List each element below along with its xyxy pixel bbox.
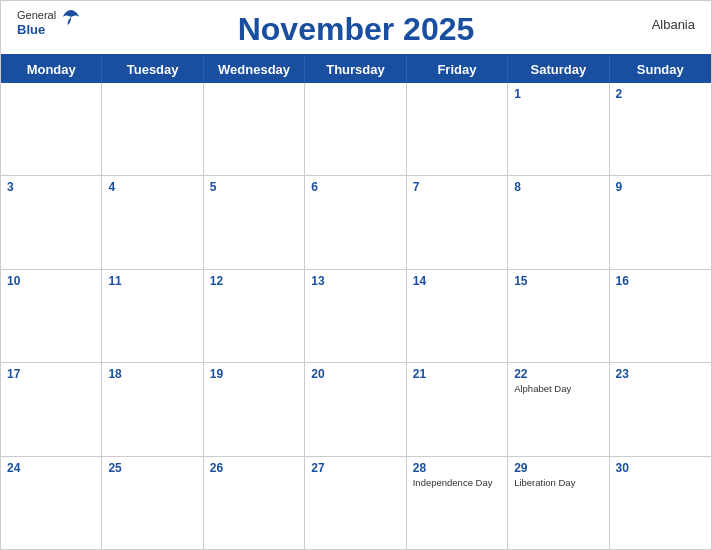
holiday-independence-day: Independence Day: [413, 477, 501, 489]
day-cell-nov20: 20: [305, 363, 406, 455]
day-number: 8: [514, 180, 602, 194]
day-cell-nov10: 10: [1, 270, 102, 362]
day-cell: [1, 83, 102, 175]
day-cell-nov17: 17: [1, 363, 102, 455]
day-cell: [305, 83, 406, 175]
week-row-5: 24 25 26 27 28 Independence Day 29 Liber: [1, 457, 711, 549]
logo: General Blue: [17, 9, 82, 38]
day-cell-nov7: 7: [407, 176, 508, 268]
calendar-header: General Blue November 2025 Albania: [1, 1, 711, 54]
calendar-container: General Blue November 2025 Albania Monda…: [0, 0, 712, 550]
day-number: 25: [108, 461, 196, 475]
day-cell-nov24: 24: [1, 457, 102, 549]
week-row-4: 17 18 19 20 21 22 Alphabet Day: [1, 363, 711, 456]
day-cell-nov28: 28 Independence Day: [407, 457, 508, 549]
day-number: 20: [311, 367, 399, 381]
day-number: 12: [210, 274, 298, 288]
day-cell-nov27: 27: [305, 457, 406, 549]
day-number: 4: [108, 180, 196, 194]
calendar-grid: Monday Tuesday Wednesday Thursday Friday…: [1, 54, 711, 549]
day-number: 16: [616, 274, 705, 288]
logo-bird-icon: [60, 8, 82, 30]
holiday-alphabet-day: Alphabet Day: [514, 383, 602, 395]
day-number: 13: [311, 274, 399, 288]
day-number: 24: [7, 461, 95, 475]
day-cell-nov13: 13: [305, 270, 406, 362]
day-cell-nov16: 16: [610, 270, 711, 362]
day-cell-nov18: 18: [102, 363, 203, 455]
header-wednesday: Wednesday: [204, 56, 305, 83]
day-number: 26: [210, 461, 298, 475]
day-number: 10: [7, 274, 95, 288]
day-cell-nov26: 26: [204, 457, 305, 549]
day-cell-nov11: 11: [102, 270, 203, 362]
day-cell-nov23: 23: [610, 363, 711, 455]
day-number: 30: [616, 461, 705, 475]
day-cell-nov21: 21: [407, 363, 508, 455]
day-cell-nov9: 9: [610, 176, 711, 268]
day-number: 19: [210, 367, 298, 381]
day-headers-row: Monday Tuesday Wednesday Thursday Friday…: [1, 56, 711, 83]
day-number: 9: [616, 180, 705, 194]
header-thursday: Thursday: [305, 56, 406, 83]
week-row-2: 3 4 5 6 7 8 9: [1, 176, 711, 269]
week-row-1: 1 2: [1, 83, 711, 176]
header-friday: Friday: [407, 56, 508, 83]
day-number: 29: [514, 461, 602, 475]
day-cell-nov14: 14: [407, 270, 508, 362]
day-number: 7: [413, 180, 501, 194]
day-cell-nov29: 29 Liberation Day: [508, 457, 609, 549]
day-number: 27: [311, 461, 399, 475]
day-cell: [102, 83, 203, 175]
day-number: 17: [7, 367, 95, 381]
day-cell-nov1: 1: [508, 83, 609, 175]
day-cell: [407, 83, 508, 175]
weeks-container: 1 2 3 4 5 6: [1, 83, 711, 549]
day-number: 14: [413, 274, 501, 288]
day-number: 11: [108, 274, 196, 288]
day-number: 21: [413, 367, 501, 381]
day-cell-nov22: 22 Alphabet Day: [508, 363, 609, 455]
day-cell-nov4: 4: [102, 176, 203, 268]
day-number: 15: [514, 274, 602, 288]
header-tuesday: Tuesday: [102, 56, 203, 83]
day-number: 23: [616, 367, 705, 381]
day-cell-nov30: 30: [610, 457, 711, 549]
holiday-liberation-day: Liberation Day: [514, 477, 602, 489]
header-sunday: Sunday: [610, 56, 711, 83]
day-number: 5: [210, 180, 298, 194]
week-row-3: 10 11 12 13 14 15 16: [1, 270, 711, 363]
header-saturday: Saturday: [508, 56, 609, 83]
day-cell-nov3: 3: [1, 176, 102, 268]
day-number: 2: [616, 87, 705, 101]
day-cell-nov5: 5: [204, 176, 305, 268]
day-number: 28: [413, 461, 501, 475]
country-label: Albania: [652, 17, 695, 32]
day-cell-nov2: 2: [610, 83, 711, 175]
day-number: 22: [514, 367, 602, 381]
day-number: 18: [108, 367, 196, 381]
day-number: 3: [7, 180, 95, 194]
day-cell: [204, 83, 305, 175]
day-number: 6: [311, 180, 399, 194]
day-cell-nov6: 6: [305, 176, 406, 268]
calendar-title: November 2025: [238, 11, 475, 48]
day-cell-nov15: 15: [508, 270, 609, 362]
day-cell-nov25: 25: [102, 457, 203, 549]
day-cell-nov12: 12: [204, 270, 305, 362]
day-number: 1: [514, 87, 602, 101]
day-cell-nov8: 8: [508, 176, 609, 268]
logo-general-text: General: [17, 9, 56, 22]
logo-blue-text: Blue: [17, 22, 56, 38]
day-cell-nov19: 19: [204, 363, 305, 455]
header-monday: Monday: [1, 56, 102, 83]
